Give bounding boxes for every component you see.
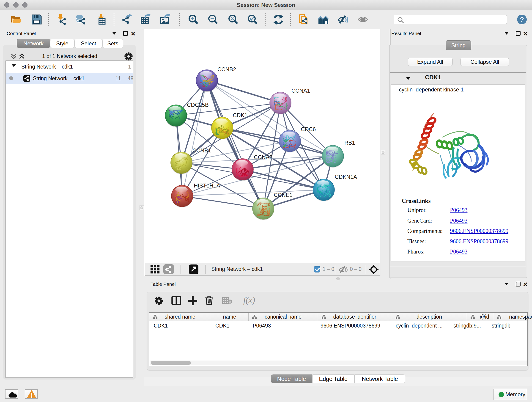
svg-text:HIST1H1A: HIST1H1A <box>194 182 220 189</box>
svg-text:CCNA2: CCNA2 <box>254 154 272 160</box>
svg-text:CCNE1: CCNE1 <box>274 192 292 198</box>
svg-text:CDKN1A: CDKN1A <box>335 174 357 180</box>
svg-text:CCNB2: CCNB2 <box>217 66 236 72</box>
svg-text:RB1: RB1 <box>344 140 355 146</box>
svg-text:CDK1: CDK1 <box>233 112 247 118</box>
svg-text:CDC6: CDC6 <box>301 126 316 132</box>
svg-text:CCNB1: CCNB1 <box>192 147 211 153</box>
svg-text:CDC25B: CDC25B <box>187 102 209 108</box>
svg-text:CCNA1: CCNA1 <box>291 88 310 94</box>
svg-text:?: ? <box>520 16 524 23</box>
